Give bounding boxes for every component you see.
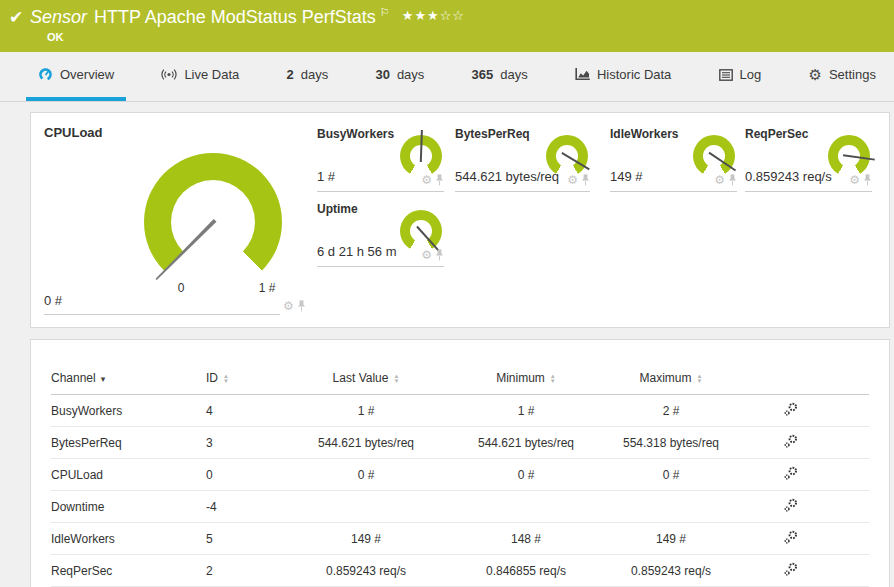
channel-settings-gears-icon[interactable] — [784, 434, 798, 451]
channel-table-panel: Channel▾ ID▲▼ Last Value▲▼ Minimum▲▼ Max… — [30, 339, 890, 587]
sort-icon: ▲▼ — [550, 374, 556, 384]
channel-name[interactable]: ReqPerSec — [51, 555, 206, 587]
channel-id: 0 — [206, 459, 276, 491]
channel-id: 4 — [206, 395, 276, 427]
channel-id: -4 — [206, 491, 276, 523]
channel-last-value — [276, 491, 456, 523]
priority-stars[interactable]: ★★★☆☆ — [402, 8, 465, 23]
sensor-titleline: SensorHTTP Apache ModStatus PerfStats⚐★★… — [30, 6, 465, 28]
tab-label: days — [500, 67, 527, 82]
tab-historic-data[interactable]: Historic Data — [563, 52, 683, 101]
channel-settings-gears-icon[interactable] — [784, 530, 798, 547]
column-header-channel[interactable]: Channel▾ — [51, 366, 206, 395]
gauge-settings-gear-icon[interactable]: ⚙ — [283, 300, 294, 312]
column-header-minimum[interactable]: Minimum▲▼ — [456, 366, 596, 395]
channel-maximum: 2 # — [596, 395, 746, 427]
channel-settings-gears-icon[interactable] — [784, 402, 798, 419]
table-row: ReqPerSec 2 0.859243 req/s 0.846855 req/… — [51, 555, 869, 587]
gauge-scale-min: 0 — [167, 281, 195, 295]
uptime-gauge — [400, 210, 442, 252]
settings-gear-icon: ⚙ — [808, 67, 821, 82]
tab-label: Log — [740, 67, 762, 82]
tab-label: days — [397, 67, 424, 82]
overview-gauges-panel: CPULoad 0 1 # 0 # ⚙ BusyWorkers 1 # ⚙ — [30, 112, 890, 328]
channel-minimum: 0 # — [456, 459, 596, 491]
tab-2-days[interactable]: 2 days — [275, 52, 341, 101]
gauge-actions: ⚙ — [714, 174, 737, 186]
column-header-maximum[interactable]: Maximum▲▼ — [596, 366, 746, 395]
channel-last-value: 0 # — [276, 459, 456, 491]
pin-icon[interactable] — [581, 174, 590, 186]
channel-settings-gears-icon[interactable] — [784, 498, 798, 515]
tab-settings[interactable]: ⚙ Settings — [796, 52, 887, 101]
channel-id: 5 — [206, 523, 276, 555]
channel-last-value: 1 # — [276, 395, 456, 427]
channel-table-body: BusyWorkers 4 1 # 1 # 2 # BytesPerReq 3 … — [51, 395, 869, 587]
sort-icon: ▲▼ — [697, 374, 703, 384]
tab-bar: Overview Live Data 2 days 30 days 365 da… — [0, 52, 894, 102]
idleworkers-gauge — [693, 135, 735, 177]
channel-name[interactable]: Downtime — [51, 491, 206, 523]
channel-name[interactable]: IdleWorkers — [51, 523, 206, 555]
gauge-settings-gear-icon[interactable]: ⚙ — [849, 174, 860, 186]
tab-label: days — [301, 67, 328, 82]
channel-minimum: 544.621 bytes/req — [456, 427, 596, 459]
channel-maximum: 149 # — [596, 523, 746, 555]
channel-maximum: 554.318 bytes/req — [596, 427, 746, 459]
channel-settings-gears-icon[interactable] — [784, 562, 798, 579]
tab-overview[interactable]: Overview — [26, 52, 126, 101]
priority-flag-icon[interactable]: ⚐ — [380, 6, 390, 18]
gauge-current-value: 6 d 21 h 56 m — [317, 244, 397, 259]
tab-365-days[interactable]: 365 days — [460, 52, 540, 101]
gauge-current-value: 149 # — [610, 169, 643, 184]
channel-maximum: 0 # — [596, 459, 746, 491]
gauge-settings-gear-icon[interactable]: ⚙ — [567, 174, 578, 186]
pin-icon[interactable] — [435, 249, 444, 261]
tab-live-data[interactable]: Live Data — [149, 52, 251, 101]
page-title: HTTP Apache ModStatus PerfStats — [94, 7, 376, 27]
gauge-settings-gear-icon[interactable]: ⚙ — [421, 249, 432, 261]
gauge-actions: ⚙ — [567, 174, 590, 186]
gauge-actions: ⚙ — [849, 174, 872, 186]
sort-icon: ▲▼ — [223, 374, 229, 384]
historic-chart-icon — [575, 68, 590, 81]
channel-name[interactable]: BusyWorkers — [51, 395, 206, 427]
tab-label: Overview — [60, 67, 114, 82]
pin-icon[interactable] — [728, 174, 737, 186]
gauge-title: CPULoad — [44, 125, 103, 140]
gauge-tile-reqpersec: ReqPerSec 0.859243 req/s ⚙ — [745, 127, 872, 192]
sort-desc-icon: ▾ — [101, 374, 106, 384]
channel-name[interactable]: BytesPerReq — [51, 427, 206, 459]
gauge-tile-uptime: Uptime 6 d 21 h 56 m ⚙ — [317, 202, 444, 267]
channel-minimum — [456, 491, 596, 523]
gauge-settings-gear-icon[interactable]: ⚙ — [714, 174, 725, 186]
channel-name[interactable]: CPULoad — [51, 459, 206, 491]
pin-icon[interactable] — [435, 174, 444, 186]
tab-label: Historic Data — [597, 67, 671, 82]
column-header-id[interactable]: ID▲▼ — [206, 366, 276, 395]
channel-minimum: 148 # — [456, 523, 596, 555]
table-row: Downtime -4 — [51, 491, 869, 523]
gauge-settings-gear-icon[interactable]: ⚙ — [421, 174, 432, 186]
table-header-row: Channel▾ ID▲▼ Last Value▲▼ Minimum▲▼ Max… — [51, 366, 869, 395]
tab-log[interactable]: Log — [707, 52, 774, 101]
tab-day-count: 365 — [472, 67, 494, 82]
tab-30-days[interactable]: 30 days — [363, 52, 436, 101]
channel-settings-gears-icon[interactable] — [784, 466, 798, 483]
sort-icon: ▲▼ — [393, 374, 399, 384]
table-row: CPULoad 0 0 # 0 # 0 # — [51, 459, 869, 491]
channel-table: Channel▾ ID▲▼ Last Value▲▼ Minimum▲▼ Max… — [51, 366, 869, 587]
channel-maximum: 0.859243 req/s — [596, 555, 746, 587]
channel-last-value: 544.621 bytes/req — [276, 427, 456, 459]
gauge-tile-idleworkers: IdleWorkers 149 # ⚙ — [610, 127, 737, 192]
log-icon — [719, 69, 733, 81]
pin-icon[interactable] — [863, 174, 872, 186]
channel-last-value: 149 # — [276, 523, 456, 555]
column-header-actions — [746, 366, 836, 395]
pin-icon[interactable] — [297, 300, 306, 312]
channel-maximum — [596, 491, 746, 523]
tab-label: Live Data — [184, 67, 239, 82]
tab-label: Settings — [829, 67, 876, 82]
tab-day-count: 2 — [287, 67, 294, 82]
column-header-last-value[interactable]: Last Value▲▼ — [276, 366, 456, 395]
